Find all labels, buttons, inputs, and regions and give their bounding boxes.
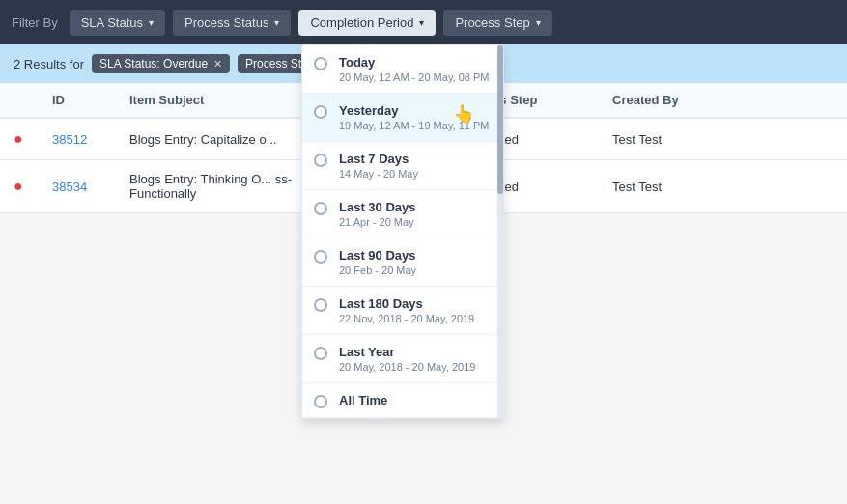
process-step-button[interactable]: Process Step ▾ <box>443 10 551 36</box>
process-step-label: Process Step <box>455 15 529 30</box>
row-id[interactable]: 38512 <box>52 132 129 147</box>
dropdown-item-yesterday[interactable]: Yesterday 19 May, 12 AM - 19 May, 11 PM … <box>302 94 503 142</box>
chevron-down-icon: ▾ <box>536 17 541 28</box>
chevron-down-icon: ▾ <box>274 17 279 28</box>
chevron-down-icon: ▾ <box>149 17 154 28</box>
filter-bar: Filter By SLA Status ▾ Process Status ▾ … <box>0 0 847 44</box>
scrollbar-thumb[interactable] <box>497 45 503 194</box>
completion-period-dropdown: Today 20 May, 12 AM - 20 May, 08 PM Yest… <box>301 44 504 213</box>
pointer-hand-icon: 👆 <box>453 103 474 125</box>
col-created-by: Created By <box>612 93 767 107</box>
chevron-down-icon: ▾ <box>419 17 424 28</box>
sla-status-label: SLA Status <box>81 15 143 30</box>
dropdown-item-today[interactable]: Today 20 May, 12 AM - 20 May, 08 PM <box>302 45 503 94</box>
col-status <box>14 93 52 107</box>
row-id[interactable]: 38534 <box>52 180 129 194</box>
dropdown-item-last30[interactable]: Last 30 Days 21 Apr - 20 May <box>302 190 503 213</box>
sla-tag-label: SLA Status: Overdue <box>99 57 208 70</box>
filter-by-label: Filter By <box>12 15 58 30</box>
radio-last7[interactable] <box>314 154 327 167</box>
completion-period-label: Completion Period <box>310 15 413 30</box>
status-icon: ● <box>14 130 52 148</box>
completion-period-button[interactable]: Completion Period ▾ <box>298 10 436 36</box>
radio-today[interactable] <box>314 57 327 70</box>
sla-status-button[interactable]: SLA Status ▾ <box>70 10 165 36</box>
close-icon[interactable]: ✕ <box>213 58 222 70</box>
status-icon: ● <box>14 178 52 195</box>
process-status-label: Process Status <box>184 15 268 30</box>
results-count: 2 Results for <box>14 57 84 71</box>
sla-filter-tag: SLA Status: Overdue ✕ <box>92 54 230 73</box>
dropdown-item-last7[interactable]: Last 7 Days 14 May - 20 May <box>302 142 503 190</box>
process-status-button[interactable]: Process Status ▾ <box>173 10 291 36</box>
radio-yesterday[interactable] <box>314 105 327 119</box>
row-created-by: Test Test <box>612 180 767 194</box>
row-created-by: Test Test <box>612 132 767 147</box>
col-id: ID <box>52 93 129 107</box>
radio-last30[interactable] <box>314 202 327 213</box>
scrollbar[interactable] <box>497 45 503 213</box>
